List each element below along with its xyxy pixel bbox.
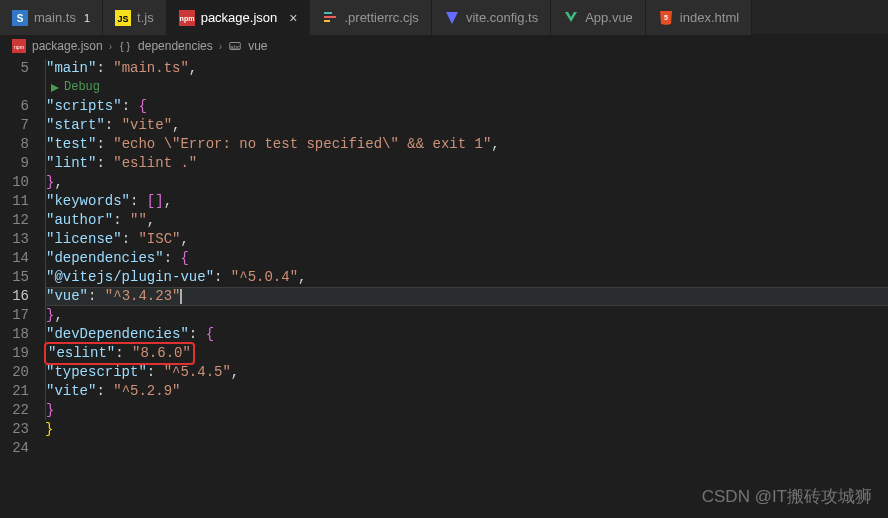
npm-icon: npm xyxy=(179,10,195,26)
tab-label: main.ts xyxy=(34,10,76,25)
tab-vite-config[interactable]: vite.config.ts xyxy=(432,0,551,35)
tabs-bar: S main.ts 1 JS t.js npm package.json × .… xyxy=(0,0,888,35)
vite-icon xyxy=(444,10,460,26)
cursor xyxy=(180,289,182,304)
prettier-icon xyxy=(322,10,338,26)
svg-text:npm: npm xyxy=(14,44,25,50)
svg-text:npm: npm xyxy=(179,15,194,23)
svg-text:abc: abc xyxy=(230,43,240,50)
tab-label: vite.config.ts xyxy=(466,10,538,25)
tab-label: index.html xyxy=(680,10,739,25)
eslint-highlight: "eslint": "8.6.0" xyxy=(46,344,193,363)
tab-label: .prettierrc.cjs xyxy=(344,10,418,25)
npm-icon: npm xyxy=(12,39,26,53)
breadcrumb-key[interactable]: vue xyxy=(248,39,267,53)
ts-icon: S xyxy=(12,10,28,26)
tab-package-json[interactable]: npm package.json × xyxy=(167,0,311,35)
tab-prettierrc[interactable]: .prettierrc.cjs xyxy=(310,0,431,35)
watermark: CSDN @IT搬砖攻城狮 xyxy=(702,485,872,508)
editor: 5 6 7 8 9 10 11 12 13 14 15 16 17 18 19 … xyxy=(0,57,888,518)
code-area[interactable]: "main": "main.ts", Debug "scripts": { "s… xyxy=(45,57,888,518)
svg-text:5: 5 xyxy=(664,14,668,21)
tab-t-js[interactable]: JS t.js xyxy=(103,0,167,35)
svg-rect-7 xyxy=(324,16,336,18)
chevron-right-icon: › xyxy=(109,41,112,52)
svg-text:{ }: { } xyxy=(120,40,130,52)
vue-icon xyxy=(563,10,579,26)
tab-badge: 1 xyxy=(84,12,90,24)
js-icon: JS xyxy=(115,10,131,26)
svg-rect-6 xyxy=(324,12,332,14)
braces-icon: { } xyxy=(118,39,132,53)
svg-rect-8 xyxy=(324,20,330,22)
debug-codelens[interactable]: Debug xyxy=(46,78,100,97)
tab-label: package.json xyxy=(201,10,278,25)
breadcrumb[interactable]: npm package.json › { } dependencies › ab… xyxy=(0,35,888,57)
breadcrumb-file[interactable]: package.json xyxy=(32,39,103,53)
close-icon[interactable]: × xyxy=(289,10,297,26)
string-icon: abc xyxy=(228,39,242,53)
chevron-right-icon: › xyxy=(219,41,222,52)
tab-label: App.vue xyxy=(585,10,633,25)
svg-text:JS: JS xyxy=(118,14,129,24)
html-icon: 5 xyxy=(658,10,674,26)
tab-main-ts[interactable]: S main.ts 1 xyxy=(0,0,103,35)
breadcrumb-section[interactable]: dependencies xyxy=(138,39,213,53)
tab-index-html[interactable]: 5 index.html xyxy=(646,0,752,35)
line-gutter: 5 6 7 8 9 10 11 12 13 14 15 16 17 18 19 … xyxy=(0,57,45,518)
svg-text:S: S xyxy=(17,13,24,24)
tab-label: t.js xyxy=(137,10,154,25)
tab-app-vue[interactable]: App.vue xyxy=(551,0,646,35)
